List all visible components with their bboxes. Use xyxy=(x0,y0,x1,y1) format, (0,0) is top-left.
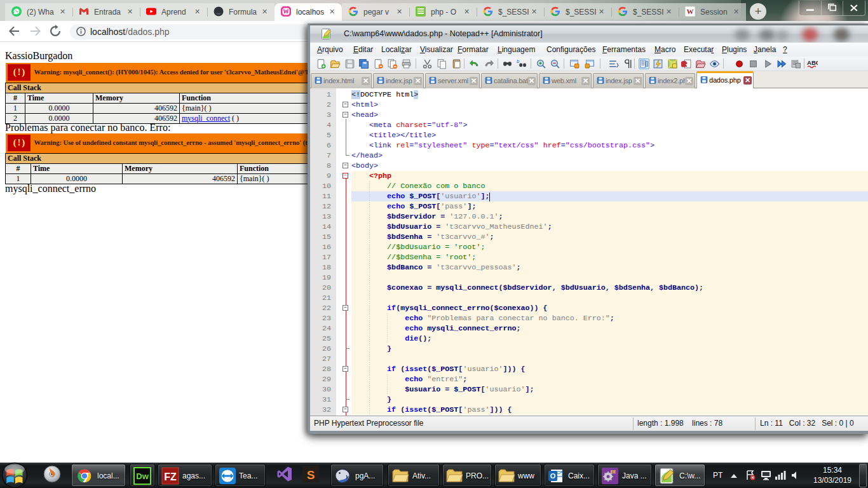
svg-text:b: b xyxy=(517,58,519,64)
svg-text:FZ: FZ xyxy=(164,471,177,482)
svg-text:O: O xyxy=(550,472,556,480)
svg-text:W: W xyxy=(687,8,694,15)
svg-text:EE: EE xyxy=(611,470,616,474)
svg-text:ABC: ABC xyxy=(807,59,818,66)
svg-text:S: S xyxy=(307,468,315,482)
svg-text:Dw: Dw xyxy=(136,471,149,481)
